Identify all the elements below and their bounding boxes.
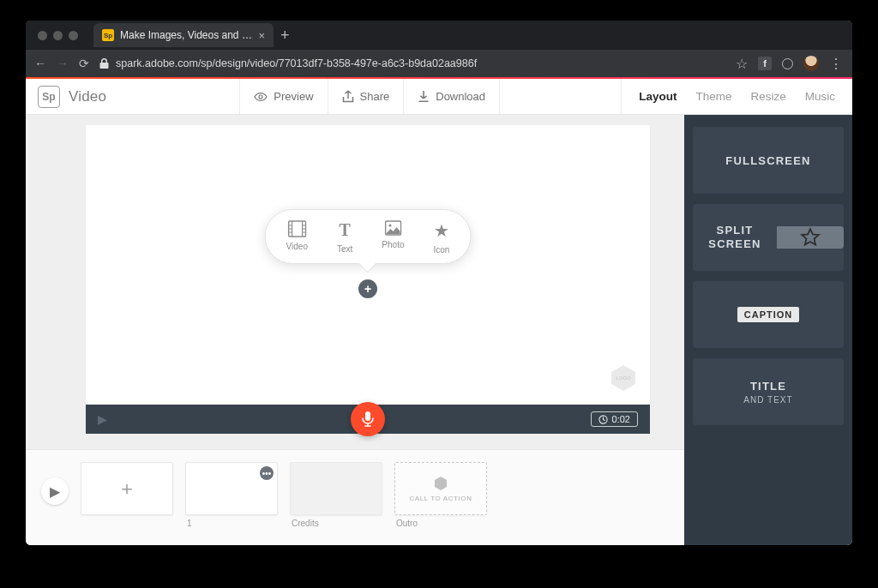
- tab-close-icon[interactable]: ×: [258, 29, 265, 42]
- toolbar-center: Preview Share Download: [239, 79, 500, 114]
- outro-label: Outro: [394, 519, 487, 528]
- eye-icon: [254, 90, 268, 104]
- browser-tab[interactable]: Sp Make Images, Videos and Web… ×: [93, 23, 274, 47]
- facebook-ext-icon[interactable]: f: [758, 57, 772, 70]
- minimize-icon[interactable]: [53, 31, 63, 40]
- new-tab-button[interactable]: +: [280, 27, 290, 43]
- share-label: Share: [360, 90, 390, 103]
- app-topbar: Sp Video Preview Share Download: [26, 79, 852, 115]
- slide-thumb-1[interactable]: •••: [185, 462, 278, 515]
- toolbar-right: Layout Theme Resize Music: [621, 79, 852, 114]
- cta-label: CALL TO ACTION: [409, 495, 472, 502]
- lock-icon: [99, 58, 109, 69]
- window-controls[interactable]: [38, 31, 78, 40]
- download-label: Download: [436, 90, 485, 103]
- profile-avatar[interactable]: [803, 56, 819, 71]
- insert-icon-button[interactable]: ★ Icon: [433, 220, 449, 255]
- record-button[interactable]: [351, 402, 385, 436]
- tab-music[interactable]: Music: [805, 90, 835, 103]
- slide-index-1: 1: [185, 519, 278, 528]
- forward-button[interactable]: →: [57, 57, 69, 70]
- hexagon-icon: [433, 476, 448, 491]
- share-icon: [342, 90, 354, 103]
- playback-bar: ▶ 0:02: [86, 405, 650, 434]
- bookmark-star-icon[interactable]: ☆: [736, 56, 748, 72]
- svg-point-0: [259, 95, 262, 99]
- tab-bar: Sp Make Images, Videos and Web… × +: [26, 21, 852, 50]
- download-icon: [418, 90, 430, 103]
- brand: Sp Video: [26, 86, 118, 108]
- duration-chip[interactable]: 0:02: [591, 411, 638, 427]
- timeline-tray: ▶ ＋ ••• 1 Credits: [26, 449, 684, 545]
- text-icon: T: [340, 220, 351, 240]
- layout-split-preview: [777, 226, 844, 249]
- insert-photo-label: Photo: [382, 240, 404, 249]
- svg-text:LOGO: LOGO: [616, 375, 631, 381]
- favicon-icon: Sp: [102, 29, 114, 41]
- zoom-icon[interactable]: [69, 31, 78, 40]
- insert-photo-button[interactable]: Photo: [382, 220, 404, 255]
- app-root: Sp Video Preview Share Download: [26, 77, 852, 545]
- slide-canvas[interactable]: Video T Text Photo ★: [86, 125, 650, 405]
- share-button[interactable]: Share: [328, 79, 404, 114]
- insert-video-button[interactable]: Video: [286, 220, 308, 255]
- editor-pane: Video T Text Photo ★: [26, 115, 684, 545]
- chrome-menu-icon[interactable]: ⋮: [829, 56, 844, 72]
- outro-thumb[interactable]: CALL TO ACTION: [394, 462, 487, 515]
- svg-marker-8: [435, 477, 447, 490]
- add-element-button[interactable]: +: [358, 279, 377, 298]
- brand-badge: Sp: [38, 86, 60, 108]
- layout-split-label-2: SCREEN: [708, 237, 761, 251]
- tab-layout[interactable]: Layout: [639, 90, 677, 103]
- layout-fullscreen-label: FULLSCREEN: [725, 154, 810, 167]
- slide-menu-button[interactable]: •••: [260, 466, 274, 480]
- omnibox-icons: ☆ f ⋮: [736, 56, 844, 72]
- logo-placeholder[interactable]: LOGO: [609, 363, 638, 393]
- layout-title-sub: AND TEXT: [743, 395, 792, 405]
- insert-popover: Video T Text Photo ★: [265, 209, 472, 264]
- extension-icon[interactable]: [782, 58, 793, 69]
- layout-title-label: TITLE: [750, 380, 786, 393]
- tab-theme[interactable]: Theme: [695, 90, 731, 103]
- brand-name: Video: [69, 88, 106, 105]
- close-icon[interactable]: [38, 31, 47, 40]
- clock-icon: [598, 415, 608, 424]
- preview-label: Preview: [274, 90, 313, 103]
- back-button[interactable]: ←: [34, 57, 46, 70]
- svg-rect-6: [365, 411, 370, 421]
- insert-icon-label: Icon: [433, 245, 449, 255]
- star-outline-icon: [799, 226, 821, 249]
- insert-text-label: Text: [337, 244, 352, 254]
- layout-splitscreen[interactable]: SPLIT SCREEN: [693, 204, 844, 271]
- add-slide-button[interactable]: ＋: [81, 462, 173, 515]
- insert-video-label: Video: [286, 242, 308, 251]
- video-icon: [287, 220, 306, 237]
- credits-label: Credits: [290, 519, 382, 528]
- svg-point-3: [388, 224, 391, 226]
- credits-thumb[interactable]: [290, 462, 382, 515]
- play-slide-button[interactable]: ▶: [98, 412, 107, 426]
- layout-caption-label: CAPTION: [737, 307, 800, 322]
- url-text: spark.adobe.com/sp/design/video/77013df7…: [116, 57, 477, 69]
- tab-resize[interactable]: Resize: [750, 90, 785, 103]
- play-all-button[interactable]: ▶: [41, 477, 69, 505]
- address-bar: ← → ⟳ spark.adobe.com/sp/design/video/77…: [26, 50, 852, 77]
- reload-button[interactable]: ⟳: [79, 57, 89, 70]
- layout-fullscreen[interactable]: FULLSCREEN: [693, 127, 844, 194]
- browser-chrome: Sp Make Images, Videos and Web… × + ← → …: [26, 21, 852, 77]
- layout-caption[interactable]: CAPTION: [693, 281, 844, 348]
- canvas-wrap: Video T Text Photo ★: [86, 125, 650, 434]
- preview-button[interactable]: Preview: [239, 79, 327, 114]
- layout-title[interactable]: TITLE AND TEXT: [693, 358, 844, 425]
- star-icon: ★: [434, 220, 449, 241]
- browser-window: Sp Make Images, Videos and Web… × + ← → …: [26, 21, 852, 545]
- credits-slot: Credits: [290, 462, 382, 528]
- insert-text-button[interactable]: T Text: [337, 220, 352, 255]
- photo-icon: [384, 220, 401, 236]
- download-button[interactable]: Download: [403, 79, 500, 114]
- slide-1: ••• 1: [185, 462, 278, 528]
- tab-title: Make Images, Videos and Web…: [120, 29, 252, 41]
- layout-rail: FULLSCREEN SPLIT SCREEN CAPTION TITLE: [684, 115, 852, 545]
- layout-split-label-1: SPLIT: [717, 224, 754, 237]
- url-field[interactable]: spark.adobe.com/sp/design/video/77013df7…: [99, 57, 725, 69]
